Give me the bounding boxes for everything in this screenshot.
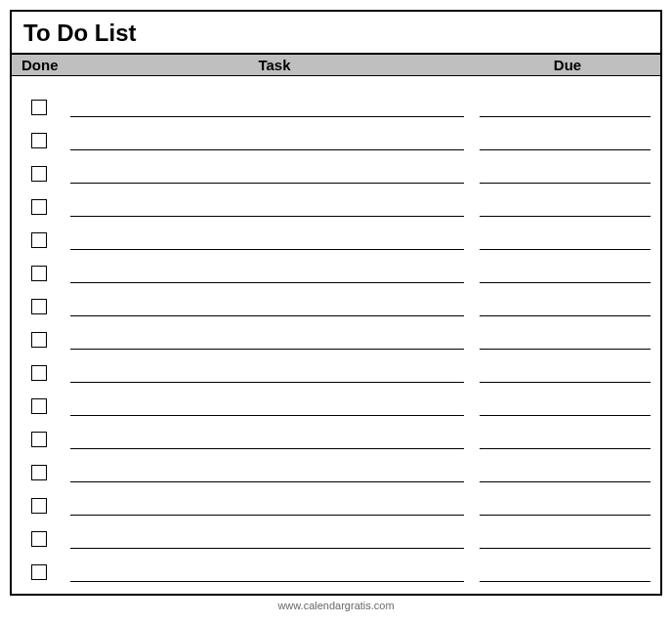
- column-header-due: Due: [475, 55, 660, 75]
- task-row: [21, 549, 651, 582]
- due-input-line[interactable]: [480, 383, 651, 416]
- task-input-line[interactable]: [70, 549, 464, 582]
- task-row: [21, 482, 651, 516]
- due-input-line[interactable]: [480, 416, 651, 449]
- due-input-line[interactable]: [480, 84, 651, 117]
- due-input-line[interactable]: [480, 350, 651, 383]
- done-checkbox[interactable]: [31, 564, 47, 580]
- due-input-line[interactable]: [480, 150, 651, 184]
- due-input-line[interactable]: [480, 217, 651, 250]
- due-input-line[interactable]: [480, 117, 651, 150]
- task-row: [21, 150, 651, 184]
- done-checkbox[interactable]: [31, 432, 47, 447]
- task-row: [21, 383, 651, 416]
- done-checkbox[interactable]: [31, 332, 47, 348]
- done-checkbox[interactable]: [31, 100, 47, 115]
- task-row: [21, 350, 651, 383]
- title-row: To Do List: [12, 12, 660, 55]
- done-checkbox[interactable]: [31, 465, 47, 480]
- task-row: [21, 449, 651, 482]
- task-input-line[interactable]: [70, 482, 464, 516]
- task-input-line[interactable]: [70, 516, 464, 549]
- task-input-line[interactable]: [70, 449, 464, 482]
- task-input-line[interactable]: [70, 250, 464, 283]
- done-checkbox[interactable]: [31, 398, 47, 414]
- due-input-line[interactable]: [480, 516, 651, 549]
- task-input-line[interactable]: [70, 84, 464, 117]
- task-input-line[interactable]: [70, 283, 464, 316]
- column-header-row: Done Task Due: [12, 55, 660, 76]
- task-row: [21, 217, 651, 250]
- due-input-line[interactable]: [480, 482, 651, 516]
- todo-sheet: To Do List Done Task Due: [10, 10, 662, 596]
- done-checkbox[interactable]: [31, 166, 47, 182]
- task-row: [21, 283, 651, 316]
- done-checkbox[interactable]: [31, 365, 47, 381]
- done-checkbox[interactable]: [31, 531, 47, 547]
- task-input-line[interactable]: [70, 350, 464, 383]
- task-row: [21, 84, 651, 117]
- due-input-line[interactable]: [480, 250, 651, 283]
- done-checkbox[interactable]: [31, 498, 47, 514]
- task-row: [21, 516, 651, 549]
- done-checkbox[interactable]: [31, 232, 47, 248]
- done-checkbox[interactable]: [31, 266, 47, 281]
- task-input-line[interactable]: [70, 316, 464, 350]
- due-input-line[interactable]: [480, 549, 651, 582]
- task-row: [21, 316, 651, 350]
- footer-credit: www.calendargratis.com: [10, 600, 662, 611]
- column-header-task: Task: [74, 55, 475, 75]
- task-row: [21, 250, 651, 283]
- task-input-line[interactable]: [70, 383, 464, 416]
- page-title: To Do List: [23, 20, 649, 47]
- done-checkbox[interactable]: [31, 133, 47, 148]
- done-checkbox[interactable]: [31, 199, 47, 215]
- done-checkbox[interactable]: [31, 299, 47, 314]
- task-input-line[interactable]: [70, 217, 464, 250]
- due-input-line[interactable]: [480, 184, 651, 217]
- due-input-line[interactable]: [480, 283, 651, 316]
- due-input-line[interactable]: [480, 316, 651, 350]
- rows-container: [12, 76, 660, 582]
- task-row: [21, 416, 651, 449]
- task-input-line[interactable]: [70, 416, 464, 449]
- task-row: [21, 184, 651, 217]
- task-row: [21, 117, 651, 150]
- task-input-line[interactable]: [70, 117, 464, 150]
- due-input-line[interactable]: [480, 449, 651, 482]
- column-header-done: Done: [12, 55, 74, 75]
- task-input-line[interactable]: [70, 150, 464, 184]
- task-input-line[interactable]: [70, 184, 464, 217]
